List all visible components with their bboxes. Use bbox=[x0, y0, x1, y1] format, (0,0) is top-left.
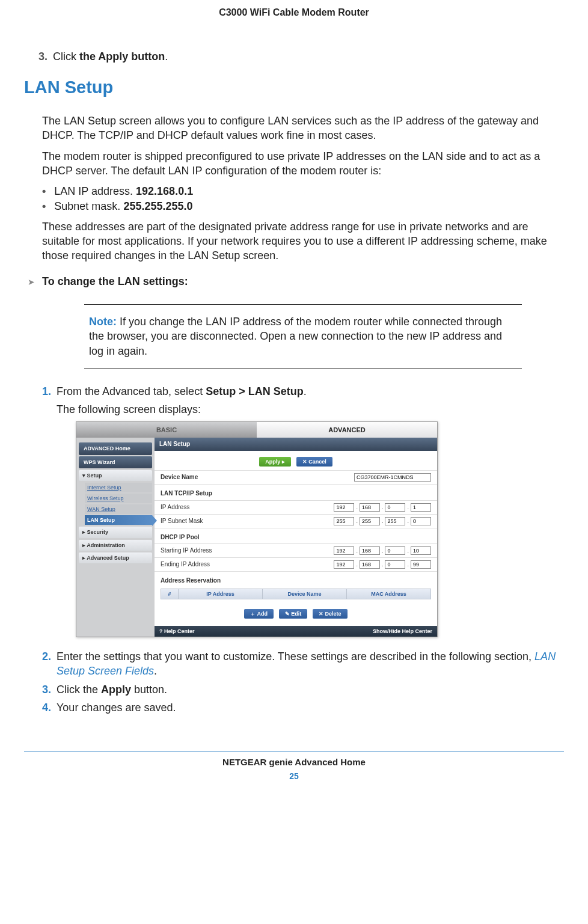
apply-button[interactable]: Apply ▸ bbox=[259, 457, 291, 467]
step-1: 1. From the Advanced tab, select Setup >… bbox=[42, 384, 564, 399]
step-1-c: . bbox=[304, 385, 307, 397]
bullet-1-value: 192.168.0.1 bbox=[136, 185, 193, 197]
th-number: # bbox=[161, 589, 179, 599]
step-3-text-c: . bbox=[165, 50, 168, 63]
bullet-2-label: Subnet mask. bbox=[54, 200, 123, 212]
step-3: 3. Click the Apply button. bbox=[38, 49, 564, 64]
note-text: If you change the LAN IP address of the … bbox=[89, 316, 502, 357]
tab-advanced[interactable]: ADVANCED bbox=[257, 422, 437, 438]
task-heading: ➤ To change the LAN settings: bbox=[28, 274, 564, 289]
step-3b-c: button. bbox=[131, 684, 167, 696]
ip-octet-3[interactable] bbox=[385, 503, 405, 512]
end-octet-4[interactable] bbox=[411, 560, 431, 569]
step-1-sub-text: The following screen displays: bbox=[57, 402, 564, 417]
page-header: C3000 WiFi Cable Modem Router bbox=[24, 6, 564, 19]
panel-title: LAN Setup bbox=[155, 438, 437, 451]
ordered-steps: 1. From the Advanced tab, select Setup >… bbox=[42, 384, 564, 715]
paragraph-2: The modem router is shipped preconfigure… bbox=[42, 149, 564, 179]
chevron-right-icon: ➤ bbox=[28, 277, 35, 289]
ending-ip-label: Ending IP Address bbox=[161, 560, 210, 569]
page-number: 25 bbox=[24, 771, 564, 782]
section-dhcp-pool: DHCP IP Pool bbox=[155, 528, 437, 544]
end-octet-2[interactable] bbox=[360, 560, 380, 569]
sidebar-group-advanced-setup[interactable]: ▸ Advanced Setup bbox=[79, 552, 152, 563]
step-1-num: 1. bbox=[42, 384, 57, 399]
step-3-num: 3. bbox=[38, 50, 47, 63]
sidebar-item-wps-wizard[interactable]: WPS Wizard bbox=[79, 456, 152, 468]
bullet-1-label: LAN IP address. bbox=[54, 185, 136, 197]
ip-octet-2[interactable] bbox=[360, 503, 380, 512]
step-1-a: From the Advanced tab, select bbox=[57, 385, 206, 397]
th-mac-address: MAC Address bbox=[347, 589, 430, 599]
step-3-text-a: Click bbox=[53, 50, 79, 63]
starting-ip-input-group: . . . bbox=[334, 546, 431, 555]
reservation-table-header: # IP Address Device Name MAC Address bbox=[161, 589, 431, 599]
section-lan-tcpip: LAN TCP/IP Setup bbox=[155, 484, 437, 500]
mask-octet-4[interactable] bbox=[411, 517, 431, 525]
step-4-num: 4. bbox=[42, 700, 57, 715]
show-hide-help-button[interactable]: Show/Hide Help Center bbox=[373, 628, 432, 635]
step-3-text-b: the Apply button bbox=[79, 50, 165, 63]
th-device-name: Device Name bbox=[263, 589, 347, 599]
add-button[interactable]: ＋ Add bbox=[244, 609, 274, 619]
start-octet-2[interactable] bbox=[360, 546, 380, 555]
end-octet-1[interactable] bbox=[334, 560, 354, 569]
paragraph-3: These addresses are part of the designat… bbox=[42, 219, 564, 263]
section-heading-lan-setup: LAN Setup bbox=[24, 76, 564, 99]
end-octet-3[interactable] bbox=[385, 560, 405, 569]
footer-title: NETGEAR genie Advanced Home bbox=[24, 751, 564, 768]
step-2-c: . bbox=[154, 665, 157, 677]
sidebar-item-advanced-home[interactable]: ADVANCED Home bbox=[79, 442, 152, 454]
step-2: 2. Enter the settings that you want to c… bbox=[42, 649, 564, 679]
step-3b-a: Click the bbox=[57, 684, 101, 696]
paragraph-1: The LAN Setup screen allows you to confi… bbox=[42, 114, 564, 143]
bullet-2-value: 255.255.255.0 bbox=[123, 200, 192, 212]
starting-ip-label: Starting IP Address bbox=[161, 546, 212, 555]
start-octet-1[interactable] bbox=[334, 546, 354, 555]
ip-address-label: IP Address bbox=[161, 503, 189, 512]
edit-button[interactable]: ✎ Edit bbox=[279, 609, 308, 619]
cancel-button[interactable]: ✕ Cancel bbox=[296, 457, 332, 467]
sidebar-group-security[interactable]: ▸ Security bbox=[79, 527, 152, 537]
sidebar-group-setup[interactable]: ▾ Setup bbox=[79, 470, 152, 481]
device-name-input[interactable] bbox=[354, 473, 431, 482]
mask-octet-1[interactable] bbox=[334, 517, 354, 525]
bullet-lan-ip: • LAN IP address. 192.168.0.1 bbox=[42, 184, 564, 198]
tab-basic[interactable]: BASIC bbox=[76, 422, 257, 438]
step-2-a: Enter the settings that you want to cust… bbox=[57, 650, 534, 662]
bullet-subnet: • Subnet mask. 255.255.255.0 bbox=[42, 199, 564, 213]
step-3b: 3. Click the Apply button. bbox=[42, 682, 564, 697]
sidebar-item-internet-setup[interactable]: Internet Setup bbox=[85, 483, 152, 492]
device-name-label: Device Name bbox=[161, 473, 198, 482]
step-3b-b: Apply bbox=[101, 684, 131, 696]
section-address-reservation: Address Reservation bbox=[155, 571, 437, 587]
bullet-dot-icon: • bbox=[42, 199, 46, 213]
sidebar-item-wan-setup[interactable]: WAN Setup bbox=[85, 504, 152, 514]
step-4: 4. Your changes are saved. bbox=[42, 700, 564, 715]
step-1-sub: The following screen displays: bbox=[42, 402, 564, 417]
ip-octet-4[interactable] bbox=[411, 503, 431, 512]
subnet-mask-input-group: . . . bbox=[334, 517, 431, 525]
task-text: To change the LAN settings: bbox=[42, 274, 188, 289]
th-ip-address: IP Address bbox=[179, 589, 263, 599]
start-octet-3[interactable] bbox=[385, 546, 405, 555]
screenshot-lan-setup: BASIC ADVANCED ADVANCED Home WPS Wizard … bbox=[76, 421, 438, 637]
ip-octet-1[interactable] bbox=[334, 503, 354, 512]
step-1-b: Setup > LAN Setup bbox=[206, 385, 304, 397]
step-4-text: Your changes are saved. bbox=[57, 700, 564, 715]
start-octet-4[interactable] bbox=[411, 546, 431, 555]
help-center-button[interactable]: ? Help Center bbox=[159, 628, 195, 635]
sidebar-item-wireless-setup[interactable]: Wireless Setup bbox=[85, 494, 152, 503]
step-2-num: 2. bbox=[42, 649, 57, 679]
subnet-mask-label: IP Subnet Mask bbox=[161, 517, 203, 525]
sidebar-item-lan-setup[interactable]: LAN Setup bbox=[85, 515, 152, 525]
sidebar-group-administration[interactable]: ▸ Administration bbox=[79, 540, 152, 551]
ending-ip-input-group: . . . bbox=[334, 560, 431, 569]
mask-octet-3[interactable] bbox=[385, 517, 405, 525]
bullet-dot-icon: • bbox=[42, 184, 46, 198]
ip-address-input-group: . . . bbox=[334, 503, 431, 512]
note-box: Note: If you change the LAN IP address o… bbox=[84, 304, 522, 369]
delete-button[interactable]: ✕ Delete bbox=[313, 609, 348, 619]
step-3b-num: 3. bbox=[42, 682, 57, 697]
mask-octet-2[interactable] bbox=[360, 517, 380, 525]
